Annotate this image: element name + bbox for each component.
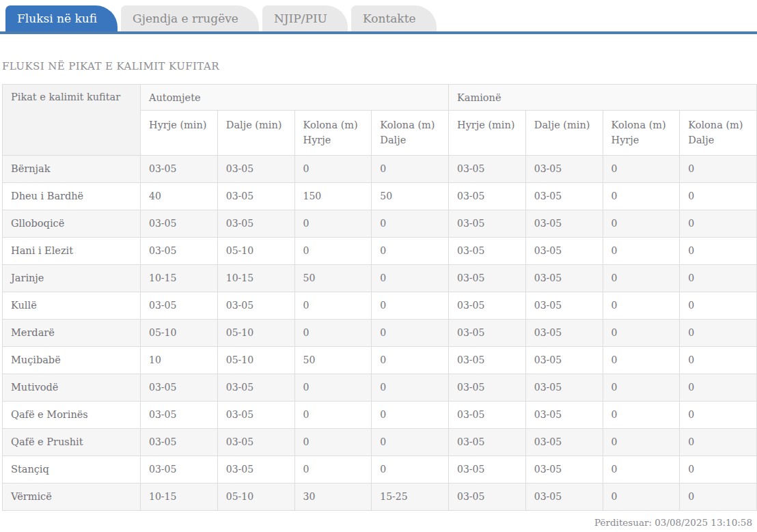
subheader-kamione-hyrje: Hyrje (min) [449,111,526,156]
value-cell: 0 [603,428,680,456]
value-cell: 03-05 [217,428,294,456]
table-row: Vërmicë 10-15 05-10 30 15-25 03-05 03-05… [3,483,757,510]
value-cell: 03-05 [141,210,218,237]
value-cell: 0 [603,292,680,319]
subheader-automjete-kolona-hyrje: Kolona (m) Hyrje [294,111,372,156]
value-cell: 0 [603,483,680,510]
value-cell: 03-05 [217,401,294,428]
value-cell: 0 [372,428,449,456]
crossing-name-cell: Kullë [3,292,141,319]
value-cell: 0 [294,456,372,483]
value-cell: 0 [680,237,757,264]
value-cell: 0 [603,456,680,483]
value-cell: 0 [603,401,680,428]
table-row: Qafë e Morinës 03-05 03-05 0 0 03-05 03-… [3,401,757,428]
value-cell: 0 [603,319,680,346]
value-cell: 03-05 [525,210,603,237]
value-cell: 03-05 [525,428,603,456]
crossing-name-cell: Jarinje [3,264,141,292]
value-cell: 30 [294,483,372,510]
subheader-kamione-kolona-dalje: Kolona (m) Dalje [680,111,757,156]
value-cell: 0 [680,401,757,428]
value-cell: 05-10 [141,319,218,346]
value-cell: 03-05 [449,182,526,210]
crossing-name-cell: Muçibabë [3,346,141,374]
value-cell: 0 [372,346,449,374]
value-cell: 03-05 [449,346,526,374]
border-crossings-table: Pikat e kalimit kufitar Automjete Kamion… [2,84,757,511]
value-cell: 03-05 [525,456,603,483]
tab-njip-piu[interactable]: NJIP/PIU [262,5,348,31]
value-cell: 0 [603,182,680,210]
table-row: Muçibabë 10 05-10 50 0 03-05 03-05 0 0 [3,346,757,374]
value-cell: 0 [372,401,449,428]
crossing-name-cell: Stançiq [3,456,141,483]
value-cell: 03-05 [525,319,603,346]
crossing-name-cell: Qafë e Prushit [3,428,141,456]
value-cell: 03-05 [525,264,603,292]
value-cell: 03-05 [141,155,218,182]
value-cell: 0 [603,210,680,237]
value-cell: 03-05 [449,401,526,428]
value-cell: 03-05 [141,456,218,483]
crossing-name-cell: Glloboqicë [3,210,141,237]
value-cell: 0 [294,428,372,456]
value-cell: 0 [603,374,680,401]
subheader-automjete-kolona-dalje: Kolona (m) Dalje [372,111,449,156]
value-cell: 03-05 [217,292,294,319]
tab-gjendja-e-rrugeve[interactable]: Gjendja e rrugëve [121,5,259,31]
value-cell: 0 [603,155,680,182]
table-row: Qafë e Prushit 03-05 03-05 0 0 03-05 03-… [3,428,757,456]
value-cell: 0 [372,456,449,483]
page-title: FLUKSI NË PIKAT E KALIMIT KUFITAR [2,60,757,72]
value-cell: 0 [294,237,372,264]
table-row: Hani i Elezit 03-05 05-10 0 0 03-05 03-0… [3,237,757,264]
table-row: Merdarë 05-10 05-10 0 0 03-05 03-05 0 0 [3,319,757,346]
value-cell: 50 [372,182,449,210]
value-cell: 03-05 [525,346,603,374]
value-cell: 0 [294,319,372,346]
value-cell: 03-05 [525,155,603,182]
subheader-kamione-dalje: Dalje (min) [525,111,603,156]
value-cell: 03-05 [449,456,526,483]
table-row: Jarinje 10-15 10-15 50 0 03-05 03-05 0 0 [3,264,757,292]
value-cell: 0 [372,374,449,401]
value-cell: 0 [680,210,757,237]
value-cell: 03-05 [141,428,218,456]
value-cell: 0 [680,456,757,483]
value-cell: 03-05 [217,155,294,182]
value-cell: 10-15 [217,264,294,292]
value-cell: 50 [294,346,372,374]
value-cell: 0 [603,264,680,292]
crossing-name-cell: Vërmicë [3,483,141,510]
table-header: Pikat e kalimit kufitar Automjete Kamion… [3,85,757,156]
group-header-automjete: Automjete [141,85,449,111]
value-cell: 0 [372,155,449,182]
tab-fluksi-ne-kufi[interactable]: Fluksi në kufi [5,5,118,31]
value-cell: 03-05 [449,292,526,319]
value-cell: 0 [680,182,757,210]
value-cell: 03-05 [141,401,218,428]
subheader-automjete-dalje: Dalje (min) [217,111,294,156]
value-cell: 0 [680,483,757,510]
value-cell: 03-05 [449,155,526,182]
value-cell: 03-05 [141,292,218,319]
value-cell: 150 [294,182,372,210]
value-cell: 0 [294,155,372,182]
value-cell: 03-05 [141,237,218,264]
value-cell: 10 [141,346,218,374]
value-cell: 0 [680,374,757,401]
subheader-automjete-hyrje: Hyrje (min) [141,111,218,156]
table-row: Dheu i Bardhë 40 03-05 150 50 03-05 03-0… [3,182,757,210]
tab-kontakte[interactable]: Kontakte [351,5,437,31]
crossing-name-cell: Qafë e Morinës [3,401,141,428]
value-cell: 03-05 [141,374,218,401]
value-cell: 0 [603,237,680,264]
value-cell: 0 [603,346,680,374]
value-cell: 05-10 [217,319,294,346]
value-cell: 0 [372,319,449,346]
value-cell: 03-05 [525,237,603,264]
table-body: Bërnjak 03-05 03-05 0 0 03-05 03-05 0 0 … [3,155,757,510]
value-cell: 0 [294,401,372,428]
value-cell: 03-05 [449,374,526,401]
